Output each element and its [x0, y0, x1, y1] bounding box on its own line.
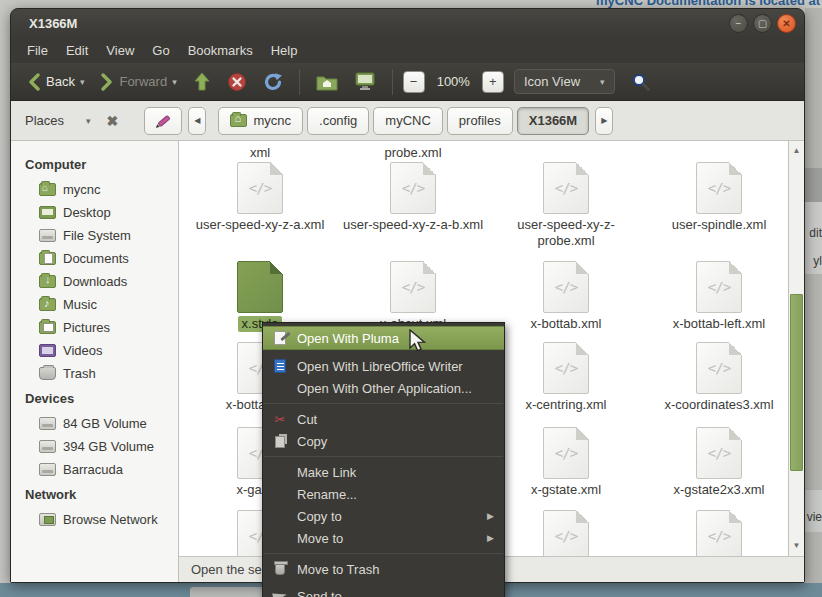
crumb-scroll-right-button[interactable]: ▶ [595, 107, 613, 135]
menu-item-open-with-libreoffice-writer[interactable]: Open With LibreOffice Writer [263, 355, 504, 377]
sidebar-item-videos[interactable]: Videos [11, 339, 178, 362]
view-mode-caret-icon: ▾ [600, 77, 605, 87]
menu-item-open-with-pluma[interactable]: Open With Pluma [263, 326, 504, 350]
breadcrumb-mycnc-app[interactable]: myCNC [373, 107, 443, 135]
crumb-label: profiles [459, 113, 501, 128]
sidebar-item-label: 84 GB Volume [63, 416, 147, 431]
stop-button[interactable] [221, 68, 253, 96]
file-item[interactable]: </>x-bottab.xml [491, 261, 641, 332]
zoom-out-button[interactable]: − [403, 71, 425, 93]
breadcrumb-x1366m[interactable]: X1366M [517, 107, 589, 135]
reload-button[interactable] [257, 68, 289, 96]
background-text-fragment: vie [807, 510, 822, 524]
sidebar-item-browse-network[interactable]: Browse Network [11, 508, 178, 531]
menu-item-move-to[interactable]: Move to ▶ [263, 527, 504, 549]
forward-button[interactable]: Forward ▾ [94, 69, 182, 95]
drive-icon [39, 463, 56, 476]
menu-item-make-link[interactable]: Make Link [263, 461, 504, 483]
search-button[interactable] [625, 68, 657, 96]
crumb-label: mycnc [253, 113, 291, 128]
sidebar-item-label: Pictures [63, 320, 110, 335]
crumb-scroll-left-button[interactable]: ◀ [188, 107, 206, 135]
xml-file-icon: </> [696, 162, 742, 214]
xml-file-icon: </> [543, 427, 589, 479]
file-row: </>user-speed-xy-z-a.xml </>user-speed-x… [185, 162, 788, 249]
up-button[interactable] [187, 68, 217, 96]
vertical-scrollbar[interactable]: ▲ ▼ [788, 141, 804, 556]
file-item[interactable]: </>x-centring.xml [491, 342, 641, 413]
sidebar-item-desktop[interactable]: Desktop [11, 201, 178, 224]
home-button[interactable] [310, 69, 344, 95]
file-item[interactable]: </>x-bottab-left.xml [644, 261, 788, 332]
menu-bookmarks[interactable]: Bookmarks [180, 40, 261, 61]
menu-item-send-to[interactable]: Send to... [263, 585, 504, 597]
submenu-arrow-icon: ▶ [487, 511, 494, 521]
titlebar[interactable]: X1366M − ▢ ✕ [11, 9, 804, 37]
places-label: Places [25, 113, 64, 128]
menu-item-copy[interactable]: Copy [263, 430, 504, 452]
close-button[interactable]: ✕ [777, 14, 796, 33]
close-sidebar-button[interactable]: ✖ [101, 113, 125, 129]
file-item[interactable]: </>user-speed-xy-z-a-b.xml [338, 162, 488, 233]
sidebar-item-pictures[interactable]: Pictures [11, 316, 178, 339]
xml-file-icon: </> [543, 162, 589, 214]
sidebar-item-84gb-volume[interactable]: 84 GB Volume [11, 412, 178, 435]
menu-item-rename[interactable]: Rename... [263, 483, 504, 505]
scroll-up-icon[interactable]: ▲ [789, 143, 804, 159]
file-item[interactable]: </>user-speed-xy-z-probe.xml [491, 162, 641, 249]
scroll-down-icon[interactable]: ▼ [789, 538, 804, 554]
file-item[interactable]: </>x-coordinates3.xml [644, 342, 788, 413]
style-file-icon [237, 261, 283, 313]
breadcrumb-mycnc[interactable]: mycnc [218, 107, 303, 135]
trash-icon [271, 563, 289, 575]
menu-edit[interactable]: Edit [58, 40, 96, 61]
file-item[interactable]: </>user-spindle.xml [644, 162, 788, 233]
edit-location-button[interactable] [144, 107, 182, 135]
file-label-partial[interactable]: probe.xml [338, 145, 488, 160]
sidebar-item-downloads[interactable]: Downloads [11, 270, 178, 293]
sidebar-item-label: Trash [63, 366, 96, 381]
menu-help[interactable]: Help [263, 40, 306, 61]
xml-file-icon: </> [543, 342, 589, 394]
places-select[interactable]: Places ▾ [21, 113, 95, 128]
breadcrumb: mycnc .config myCNC profiles X1366M [218, 107, 589, 135]
menu-file[interactable]: File [19, 40, 56, 61]
menu-item-label: Move to Trash [297, 562, 379, 577]
sidebar-item-394gb-volume[interactable]: 394 GB Volume [11, 435, 178, 458]
sidebar-item-barracuda[interactable]: Barracuda [11, 458, 178, 481]
scrollbar-thumb[interactable] [790, 294, 803, 471]
back-history-caret-icon[interactable]: ▾ [80, 77, 85, 87]
background-text-fragment: dit [809, 226, 822, 240]
sidebar-item-music[interactable]: Music [11, 293, 178, 316]
crumb-label: .config [319, 113, 357, 128]
forward-history-caret-icon[interactable]: ▾ [172, 77, 177, 87]
file-item[interactable]: </>user-speed-xy-z-a.xml [185, 162, 335, 233]
menu-view[interactable]: View [98, 40, 142, 61]
file-item[interactable]: </>x-gstate.xml [491, 427, 641, 498]
zoom-in-button[interactable]: + [482, 71, 504, 93]
partial-file-row: xml probe.xml [185, 145, 788, 160]
menu-item-label: Send to... [297, 589, 353, 597]
sidebar-item-mycnc[interactable]: mycnc [11, 178, 178, 201]
view-mode-select[interactable]: Icon View ▾ [514, 69, 615, 94]
file-item[interactable]: </>x-menu.xml [491, 510, 641, 556]
sidebar-heading-computer: Computer [11, 151, 178, 178]
menu-go[interactable]: Go [144, 40, 177, 61]
computer-button[interactable] [348, 68, 382, 95]
menu-item-copy-to[interactable]: Copy to ▶ [263, 505, 504, 527]
menu-item-cut[interactable]: ✂ Cut [263, 408, 504, 430]
maximize-button[interactable]: ▢ [753, 14, 772, 33]
breadcrumb-config[interactable]: .config [307, 107, 369, 135]
file-label-partial[interactable]: xml [185, 145, 335, 160]
menu-item-move-to-trash[interactable]: Move to Trash [263, 558, 504, 580]
sidebar-item-trash[interactable]: Trash [11, 362, 178, 385]
minimize-button[interactable]: − [729, 14, 748, 33]
xml-file-icon: </> [543, 510, 589, 556]
sidebar-item-documents[interactable]: Documents [11, 247, 178, 270]
file-item[interactable]: </>x-gstate2x3.xml [644, 427, 788, 498]
file-item[interactable]: </>x-menu-mill.xml [644, 510, 788, 556]
breadcrumb-profiles[interactable]: profiles [447, 107, 513, 135]
back-button[interactable]: Back ▾ [21, 69, 90, 95]
sidebar-item-file-system[interactable]: File System [11, 224, 178, 247]
menu-item-open-with-other-application[interactable]: Open With Other Application... [263, 377, 504, 399]
